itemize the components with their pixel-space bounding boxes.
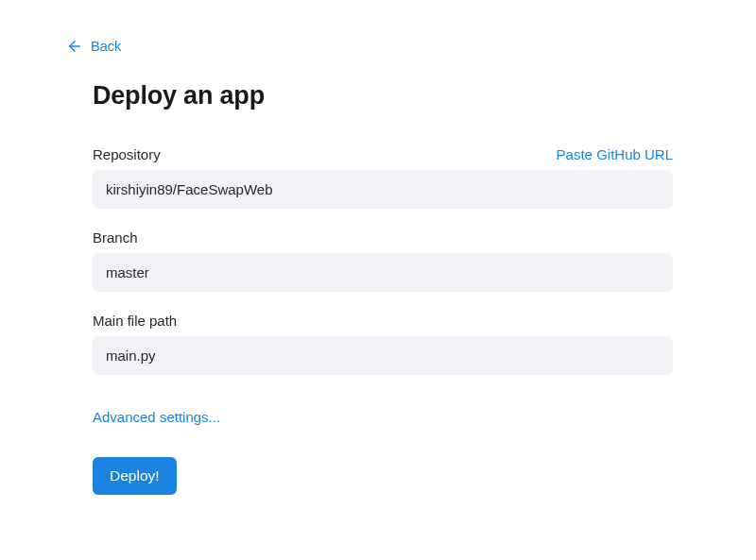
main-file-label-row: Main file path bbox=[93, 313, 673, 329]
repository-input[interactable] bbox=[93, 170, 673, 209]
main-file-input[interactable] bbox=[93, 336, 673, 375]
deploy-button[interactable]: Deploy! bbox=[93, 457, 177, 495]
arrow-left-icon bbox=[66, 38, 83, 55]
page-title: Deploy an app bbox=[93, 81, 673, 110]
paste-github-url-link[interactable]: Paste GitHub URL bbox=[557, 146, 673, 162]
branch-label-row: Branch bbox=[93, 229, 673, 246]
repository-label-row: Repository Paste GitHub URL bbox=[93, 146, 673, 162]
repository-label: Repository bbox=[93, 146, 161, 162]
form-container: Deploy an app Repository Paste GitHub UR… bbox=[93, 81, 673, 495]
branch-label: Branch bbox=[93, 229, 138, 246]
main-file-label: Main file path bbox=[93, 313, 177, 329]
advanced-settings-link[interactable]: Advanced settings... bbox=[93, 409, 220, 425]
back-label: Back bbox=[91, 39, 121, 54]
back-link[interactable]: Back bbox=[66, 38, 121, 55]
branch-input[interactable] bbox=[93, 253, 673, 292]
